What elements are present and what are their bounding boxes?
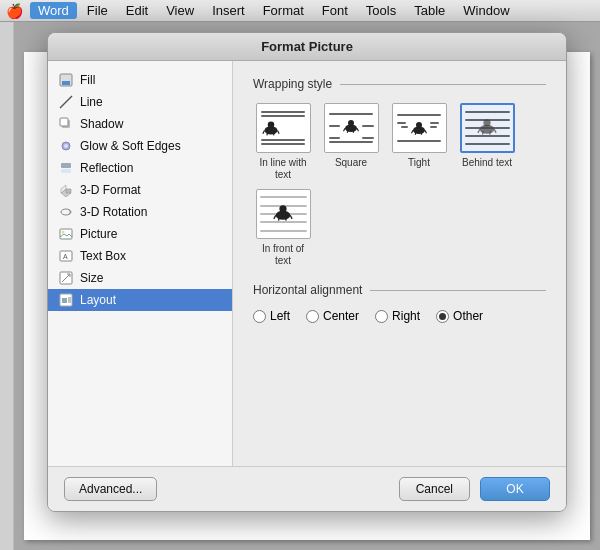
wrap-label-square: Square xyxy=(335,157,367,169)
svg-line-50 xyxy=(274,215,276,219)
dialog-body: Fill Line xyxy=(48,61,566,466)
size-label: Size xyxy=(80,271,103,285)
alignment-section: Horizontal alignment Left xyxy=(253,283,546,323)
dialog-overlay: Format Picture Fi xyxy=(14,22,600,550)
wrap-option-behind[interactable]: Behind text xyxy=(457,103,517,181)
apple-menu[interactable]: 🍎 xyxy=(4,0,24,22)
panel-item-line[interactable]: Line xyxy=(48,91,232,113)
line-label: Line xyxy=(80,95,103,109)
svg-rect-13 xyxy=(60,229,72,239)
glow-label: Glow & Soft Edges xyxy=(80,139,181,153)
shadow-icon xyxy=(58,116,74,132)
radio-left[interactable]: Left xyxy=(253,309,290,323)
wrap-option-inline[interactable]: In line with text xyxy=(253,103,313,181)
svg-line-28 xyxy=(273,132,274,135)
3dformat-icon xyxy=(58,182,74,198)
svg-line-39 xyxy=(415,132,416,135)
radio-circle-right[interactable] xyxy=(375,310,388,323)
radio-circle-center[interactable] xyxy=(306,310,319,323)
panel-item-shadow[interactable]: Shadow xyxy=(48,113,232,135)
menu-word[interactable]: Word xyxy=(30,2,77,19)
wrap-label-behind: Behind text xyxy=(462,157,512,169)
wrap-box-infront[interactable] xyxy=(256,189,311,239)
radio-group: Left Center Right xyxy=(253,309,546,323)
panel-item-textbox[interactable]: A Text Box xyxy=(48,245,232,267)
panel-item-3dformat[interactable]: 3-D Format xyxy=(48,179,232,201)
panel-item-reflection[interactable]: Reflection xyxy=(48,157,232,179)
ok-button[interactable]: OK xyxy=(480,477,550,501)
svg-point-14 xyxy=(62,231,65,234)
ruler xyxy=(0,22,14,550)
wrap-box-inline[interactable] xyxy=(256,103,311,153)
svg-point-6 xyxy=(64,144,68,148)
radio-other[interactable]: Other xyxy=(436,309,483,323)
menu-window[interactable]: Window xyxy=(455,2,517,19)
radio-label-center: Center xyxy=(323,309,359,323)
right-panel: Wrapping style xyxy=(233,61,566,466)
wrap-option-tight[interactable]: Tight xyxy=(389,103,449,181)
wrap-box-square[interactable] xyxy=(324,103,379,153)
svg-line-53 xyxy=(290,215,292,219)
wrap-label-inline: In line with text xyxy=(253,157,313,181)
menu-format[interactable]: Format xyxy=(255,2,312,19)
wrap-option-infront[interactable]: In front of text xyxy=(253,189,313,267)
radio-label-right: Right xyxy=(392,309,420,323)
svg-line-40 xyxy=(421,132,422,135)
panel-item-picture[interactable]: Picture xyxy=(48,223,232,245)
reflection-icon xyxy=(58,160,74,176)
3drotation-label: 3-D Rotation xyxy=(80,205,147,219)
svg-point-37 xyxy=(416,122,422,128)
wrap-box-behind[interactable] xyxy=(460,103,515,153)
dialog-title: Format Picture xyxy=(48,33,566,61)
radio-label-other: Other xyxy=(453,309,483,323)
svg-line-33 xyxy=(347,130,348,133)
wrap-label-tight: Tight xyxy=(408,157,430,169)
panel-item-fill[interactable]: Fill xyxy=(48,69,232,91)
svg-line-45 xyxy=(482,131,483,135)
radio-circle-left[interactable] xyxy=(253,310,266,323)
wrap-box-tight[interactable] xyxy=(392,103,447,153)
menu-edit[interactable]: Edit xyxy=(118,2,156,19)
svg-point-49 xyxy=(279,205,286,212)
svg-line-51 xyxy=(278,217,279,221)
radio-right[interactable]: Right xyxy=(375,309,420,323)
picture-label: Picture xyxy=(80,227,117,241)
svg-text:A: A xyxy=(63,253,68,260)
fill-label: Fill xyxy=(80,73,95,87)
menu-insert[interactable]: Insert xyxy=(204,2,253,19)
left-panel: Fill Line xyxy=(48,61,233,466)
glow-icon xyxy=(58,138,74,154)
textbox-icon: A xyxy=(58,248,74,264)
line-icon xyxy=(58,94,74,110)
picture-icon xyxy=(58,226,74,242)
svg-rect-4 xyxy=(60,118,68,126)
menu-view[interactable]: View xyxy=(158,2,202,19)
menu-font[interactable]: Font xyxy=(314,2,356,19)
cancel-button[interactable]: Cancel xyxy=(399,477,470,501)
wrap-option-square[interactable]: Square xyxy=(321,103,381,181)
svg-point-43 xyxy=(483,119,490,126)
svg-line-44 xyxy=(478,129,480,133)
panel-item-3drotation[interactable]: 3-D Rotation xyxy=(48,201,232,223)
svg-line-29 xyxy=(277,130,279,133)
svg-rect-1 xyxy=(62,81,70,85)
radio-circle-other[interactable] xyxy=(436,310,449,323)
radio-center[interactable]: Center xyxy=(306,309,359,323)
doc-area: Format Picture Fi xyxy=(14,22,600,550)
menu-file[interactable]: File xyxy=(79,2,116,19)
panel-item-glow[interactable]: Glow & Soft Edges xyxy=(48,135,232,157)
svg-rect-8 xyxy=(61,169,71,173)
format-picture-dialog: Format Picture Fi xyxy=(47,32,567,512)
panel-item-size[interactable]: Size xyxy=(48,267,232,289)
svg-line-26 xyxy=(263,130,265,133)
svg-point-25 xyxy=(268,121,275,128)
advanced-button[interactable]: Advanced... xyxy=(64,477,157,501)
menu-tools[interactable]: Tools xyxy=(358,2,404,19)
layout-label: Layout xyxy=(80,293,116,307)
wrapping-style-title: Wrapping style xyxy=(253,77,546,91)
svg-line-35 xyxy=(357,128,359,131)
svg-rect-20 xyxy=(62,298,67,303)
menu-table[interactable]: Table xyxy=(406,2,453,19)
panel-item-layout[interactable]: Layout xyxy=(48,289,232,311)
svg-line-32 xyxy=(344,128,346,131)
